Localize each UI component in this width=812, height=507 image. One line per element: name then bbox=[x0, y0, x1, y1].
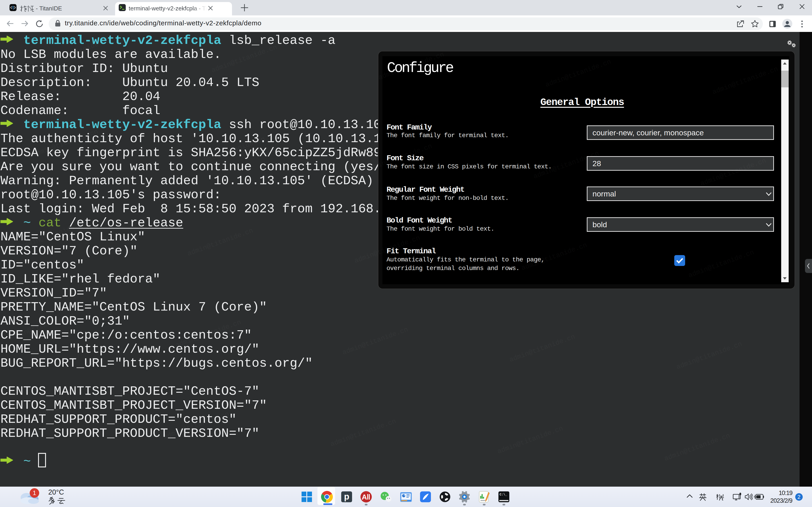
svg-text:A: A bbox=[362, 493, 367, 501]
svg-text:p: p bbox=[344, 492, 349, 501]
svg-text:C:\_: C:\_ bbox=[500, 493, 507, 496]
